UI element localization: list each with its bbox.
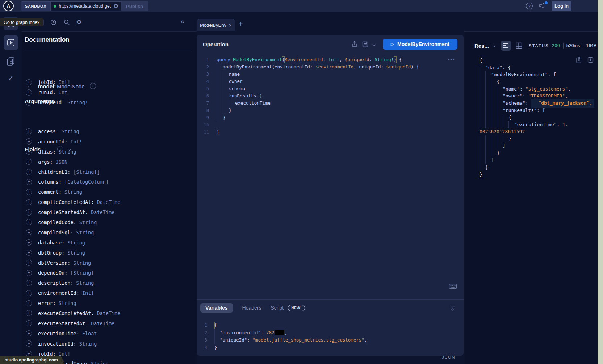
- add-to-query-icon[interactable]: +: [26, 199, 32, 205]
- keyboard-shortcuts-icon[interactable]: [449, 284, 457, 289]
- variables-json-editor[interactable]: 1{2"environmentId": 782,3"uniqueId": "mo…: [197, 322, 464, 351]
- field-type[interactable]: String: [59, 149, 76, 155]
- code-line[interactable]: "schema":“dbt_mary_jackson”,: [464, 100, 598, 107]
- operation-code-editor[interactable]: 1query ModelByEnvironment($environmentId…: [197, 56, 464, 136]
- add-to-query-icon[interactable]: +: [26, 290, 32, 296]
- share-icon[interactable]: [352, 41, 357, 47]
- add-to-query-icon[interactable]: +: [26, 209, 32, 216]
- code-line[interactable]: "runResults": [: [464, 107, 598, 114]
- argument-row[interactable]: +uniqueId:String!: [22, 97, 197, 108]
- checks-icon[interactable]: ✓: [8, 74, 14, 83]
- add-to-query-icon[interactable]: +: [26, 239, 32, 246]
- settings-gear-icon[interactable]: ⚙: [76, 18, 82, 26]
- tab-close-icon[interactable]: ×: [229, 22, 232, 28]
- field-type[interactable]: String!: [67, 100, 88, 105]
- add-to-query-icon[interactable]: +: [26, 320, 32, 326]
- field-type[interactable]: String: [79, 219, 97, 225]
- field-row[interactable]: +executeCompletedAt:DateTime: [22, 308, 197, 318]
- apollo-logo[interactable]: A: [3, 1, 14, 11]
- code-line[interactable]: {: [464, 78, 598, 85]
- code-line[interactable]: 6runResults {: [197, 92, 464, 100]
- collapse-panel-chevrons-icon[interactable]: [451, 305, 456, 311]
- argument-row[interactable]: +runId:Int: [22, 87, 197, 97]
- field-row[interactable]: +dbtVersion:String: [22, 258, 197, 268]
- field-type[interactable]: String: [79, 341, 97, 347]
- announcements-icon[interactable]: [539, 2, 547, 9]
- new-tab-button[interactable]: +: [239, 20, 243, 28]
- field-type[interactable]: Float: [82, 331, 97, 336]
- add-to-query-icon[interactable]: +: [26, 138, 32, 145]
- code-line[interactable]: {: [464, 57, 598, 64]
- add-to-query-icon[interactable]: +: [26, 89, 32, 96]
- field-row[interactable]: +error:String: [22, 298, 197, 308]
- field-type[interactable]: Int!: [59, 79, 71, 85]
- response-title[interactable]: Res...: [474, 43, 489, 49]
- tab-headers[interactable]: Headers: [242, 305, 261, 311]
- field-row[interactable]: +compiledSql:String: [22, 227, 197, 238]
- code-line[interactable]: 2modelByEnvironment(environmentId: $envi…: [197, 63, 464, 71]
- field-type[interactable]: String: [67, 240, 85, 246]
- field-type[interactable]: String: [62, 129, 79, 134]
- code-line[interactable]: }: [464, 171, 598, 178]
- field-row[interactable]: +compileStartedAt:DateTime: [22, 207, 197, 217]
- tab-script[interactable]: Script: [271, 305, 284, 311]
- operations-tab-icon[interactable]: [4, 35, 18, 50]
- field-type[interactable]: DateTime: [91, 209, 114, 215]
- add-to-query-icon[interactable]: +: [26, 219, 32, 225]
- field-type[interactable]: DateTime: [97, 310, 120, 316]
- add-to-query-icon[interactable]: +: [26, 100, 32, 106]
- table-view-icon[interactable]: [516, 42, 522, 49]
- field-type[interactable]: Int!: [82, 290, 94, 296]
- run-operation-button[interactable]: ▷ ModelByEnvironment: [383, 39, 457, 50]
- add-to-query-icon[interactable]: +: [26, 340, 32, 347]
- field-row[interactable]: +comment:String: [22, 187, 197, 197]
- code-line[interactable]: 7executionTime: [197, 100, 464, 107]
- add-to-query-icon[interactable]: +: [26, 250, 32, 256]
- add-to-query-icon[interactable]: +: [26, 260, 32, 266]
- field-type[interactable]: Int!: [70, 139, 82, 145]
- code-line[interactable]: }: [464, 135, 598, 143]
- field-row[interactable]: +executeStartedAt:DateTime: [22, 318, 197, 329]
- code-line[interactable]: "data": {: [464, 64, 598, 71]
- field-type[interactable]: String: [76, 230, 94, 235]
- field-type[interactable]: String: [73, 260, 91, 266]
- code-line[interactable]: "executionTime": 1.: [464, 121, 598, 128]
- code-line[interactable]: 2"environmentId": 782,: [197, 329, 464, 337]
- code-line[interactable]: 1{: [197, 322, 464, 329]
- field-row[interactable]: +access:String: [22, 126, 197, 137]
- code-line[interactable]: 11}: [197, 129, 464, 136]
- code-line[interactable]: 4}: [197, 344, 464, 352]
- field-type[interactable]: String: [91, 361, 109, 364]
- field-type[interactable]: String: [64, 189, 82, 195]
- connection-settings-icon[interactable]: ⚙: [113, 3, 118, 9]
- field-row[interactable]: +columns:[CatalogColumn]: [22, 177, 197, 187]
- help-icon[interactable]: ?: [526, 3, 533, 9]
- argument-row[interactable]: +jobId:Int!: [22, 77, 197, 87]
- add-to-query-icon[interactable]: +: [26, 189, 32, 195]
- tree-view-toggle-icon[interactable]: [501, 41, 511, 51]
- code-line[interactable]: "name": "stg_customers",: [464, 85, 598, 93]
- code-line[interactable]: 4owner: [197, 78, 464, 85]
- field-type[interactable]: DateTime: [97, 199, 120, 205]
- code-line[interactable]: ]: [464, 142, 598, 150]
- add-to-query-icon[interactable]: +: [26, 79, 32, 85]
- field-row[interactable]: +dependsOn:[String]: [22, 268, 197, 278]
- code-line[interactable]: ]: [464, 157, 598, 164]
- field-row[interactable]: +database:String: [22, 238, 197, 248]
- add-to-query-icon[interactable]: +: [26, 179, 32, 185]
- field-type[interactable]: DateTime: [91, 321, 114, 326]
- tab-variables[interactable]: Variables: [200, 303, 233, 313]
- add-to-query-icon[interactable]: +: [26, 280, 32, 286]
- login-button[interactable]: Log in: [552, 1, 571, 11]
- save-dropdown-chevron-icon[interactable]: [372, 42, 376, 46]
- field-type[interactable]: Int: [59, 89, 67, 95]
- tab-modelbyenvironment[interactable]: ModelByEnvi... ×: [197, 19, 235, 31]
- publish-button[interactable]: Publish: [121, 1, 148, 11]
- field-type[interactable]: Int!: [59, 351, 71, 357]
- collapse-sidebar-icon[interactable]: «: [181, 18, 184, 25]
- field-row[interactable]: +dbtGroup:String: [22, 248, 197, 258]
- field-row[interactable]: +invocationId:String: [22, 339, 197, 349]
- code-line[interactable]: 3name: [197, 71, 464, 78]
- add-to-query-icon[interactable]: +: [26, 330, 32, 336]
- add-to-query-icon[interactable]: +: [26, 310, 32, 316]
